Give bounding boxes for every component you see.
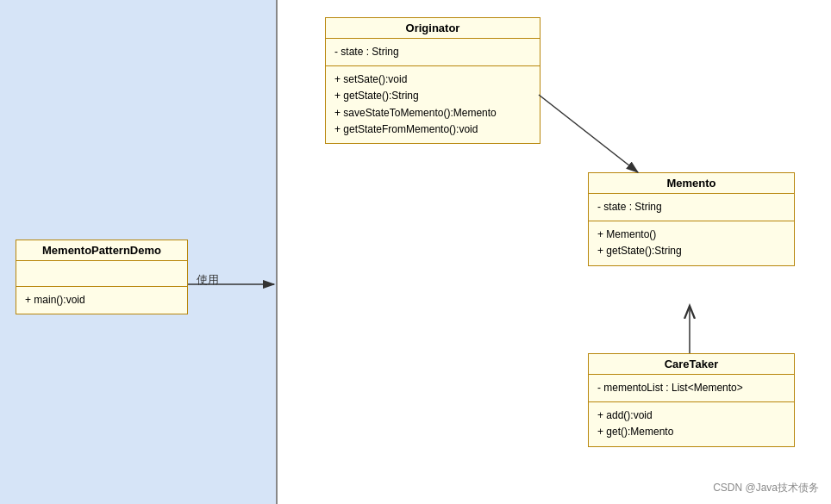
memento-attrs: - state : String — [589, 194, 794, 221]
originator-methods: + setSate():void + getState():String + s… — [326, 66, 540, 143]
memento-pattern-demo-class: MementoPatternDemo + main():void — [16, 240, 188, 314]
caretaker-title: CareTaker — [589, 354, 794, 375]
usage-label: 使用 — [197, 272, 219, 288]
diagram-area: Originator - state : String + setSate():… — [276, 0, 831, 504]
memento-class: Memento - state : String + Memento() + g… — [588, 172, 795, 266]
caretaker-methods: + add():void + get():Memento — [589, 402, 794, 445]
caretaker-attrs: - mementoList : List<Memento> — [589, 375, 794, 402]
originator-title: Originator — [326, 18, 540, 39]
watermark: CSDN @Java技术债务 — [713, 481, 819, 495]
memento-title: Memento — [589, 173, 794, 194]
memento-pattern-demo-attrs — [16, 261, 187, 287]
originator-attrs: - state : String — [326, 39, 540, 66]
memento-pattern-demo-title: MementoPatternDemo — [16, 240, 187, 261]
memento-methods: + Memento() + getState():String — [589, 221, 794, 264]
memento-pattern-demo-methods: + main():void — [16, 287, 187, 314]
originator-class: Originator - state : String + setSate():… — [325, 17, 540, 144]
caretaker-class: CareTaker - mementoList : List<Memento> … — [588, 353, 795, 447]
